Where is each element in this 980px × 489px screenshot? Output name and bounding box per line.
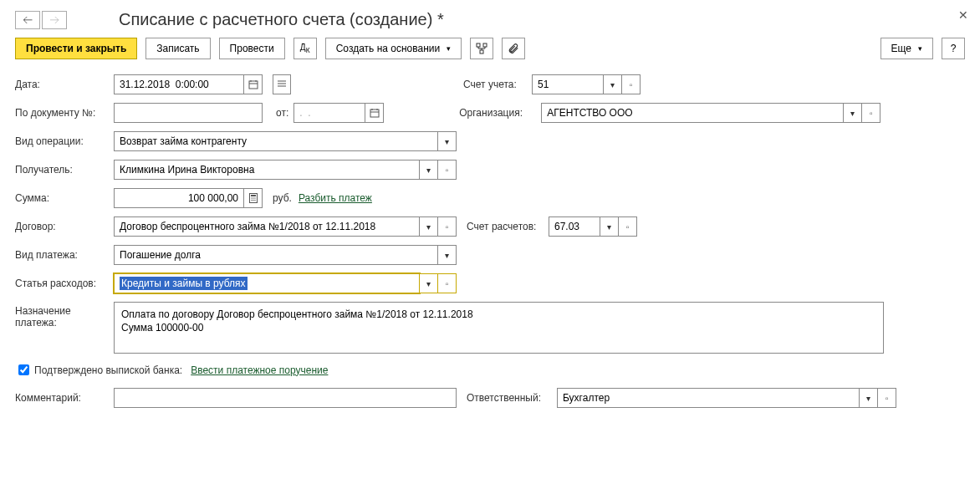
date-calendar-button[interactable] [244, 74, 263, 94]
settlement-open-button[interactable]: ▫ [619, 216, 637, 237]
doc-view-button[interactable] [273, 74, 291, 94]
expense-open-button[interactable]: ▫ [438, 273, 457, 293]
recipient-open-button[interactable]: ▫ [438, 160, 457, 180]
svg-rect-4 [370, 110, 379, 117]
help-button[interactable]: ? [942, 38, 965, 59]
amount-label: Сумма: [15, 192, 114, 204]
structure-icon-button[interactable] [470, 38, 493, 59]
comment-field[interactable] [120, 392, 451, 404]
recipient-label: Получатель: [15, 164, 114, 176]
organization-label: Организация: [459, 107, 541, 119]
optype-field[interactable] [120, 135, 432, 147]
save-button[interactable]: Записать [145, 38, 210, 59]
responsible-field[interactable] [563, 392, 854, 404]
confirmed-checkbox[interactable] [18, 364, 29, 375]
contract-field[interactable] [120, 221, 414, 232]
organization-field[interactable] [547, 107, 838, 119]
svg-rect-2 [480, 50, 483, 53]
optype-dropdown-button[interactable]: ▾ [438, 131, 457, 151]
close-icon[interactable]: ✕ [958, 8, 968, 22]
settlement-label: Счет расчетов: [467, 221, 549, 232]
enter-payment-order-link[interactable]: Ввести платежное поручение [191, 364, 328, 376]
list-icon [277, 80, 287, 89]
purpose-textarea[interactable] [114, 302, 884, 354]
paymenttype-dropdown-button[interactable]: ▾ [438, 245, 457, 265]
calendar-icon [370, 108, 380, 118]
expense-field-wrapper[interactable]: Кредиты и займы в рублях [114, 273, 420, 293]
paperclip-icon [508, 43, 519, 54]
svg-point-12 [254, 200, 255, 201]
dk-icon: ДК [300, 43, 310, 53]
amount-calc-button[interactable] [244, 188, 263, 208]
contract-dropdown-button[interactable]: ▾ [420, 216, 438, 237]
expense-field: Кредиты и займы в рублях [120, 277, 248, 290]
purpose-label: Назначение платежа: [15, 302, 114, 329]
paymenttype-label: Вид платежа: [15, 249, 114, 261]
svg-rect-3 [249, 81, 258, 89]
svg-point-10 [251, 200, 252, 201]
docno-field[interactable] [120, 107, 257, 119]
contract-label: Договор: [15, 221, 114, 232]
post-and-close-button[interactable]: Провести и закрыть [15, 38, 137, 59]
docdate-field[interactable] [299, 107, 360, 119]
confirmed-label: Подтверждено выпиской банка: [34, 364, 182, 376]
amount-field[interactable] [120, 192, 238, 204]
recipient-dropdown-button[interactable]: ▾ [420, 160, 438, 180]
split-payment-link[interactable]: Разбить платеж [299, 192, 372, 204]
organization-dropdown-button[interactable]: ▾ [844, 103, 862, 123]
svg-point-7 [251, 197, 252, 198]
organization-open-button[interactable]: ▫ [862, 103, 880, 123]
paymenttype-field[interactable] [120, 249, 432, 261]
more-label: Еще [891, 43, 911, 54]
create-based-on-button[interactable]: Создать на основании [325, 38, 462, 59]
date-field[interactable] [120, 79, 238, 90]
nav-back-button[interactable]: 🡠 [15, 11, 40, 29]
settlement-dropdown-button[interactable]: ▾ [600, 216, 619, 237]
responsible-dropdown-button[interactable]: ▾ [860, 388, 878, 408]
docdate-calendar-button[interactable] [365, 103, 384, 123]
structure-icon [476, 43, 487, 54]
optype-label: Вид операции: [15, 135, 114, 147]
responsible-label: Ответственный: [467, 392, 557, 404]
svg-point-8 [253, 197, 253, 198]
nav-forward-button[interactable]: 🡢 [42, 11, 67, 29]
dk-icon-button[interactable]: ДК [293, 38, 317, 59]
currency-label: руб. [273, 192, 292, 204]
calculator-icon [249, 193, 258, 203]
svg-rect-0 [477, 43, 480, 47]
svg-rect-6 [251, 195, 256, 196]
attachment-button[interactable] [502, 38, 525, 59]
create-based-on-label: Создать на основании [336, 43, 441, 54]
settlement-field[interactable] [554, 221, 595, 232]
date-label: Дата: [15, 79, 114, 90]
svg-rect-1 [483, 43, 487, 47]
svg-point-9 [254, 197, 255, 198]
responsible-open-button[interactable]: ▫ [878, 388, 896, 408]
svg-point-11 [253, 200, 253, 201]
contract-open-button[interactable]: ▫ [438, 216, 457, 237]
calendar-icon [248, 79, 258, 89]
account-open-button[interactable]: ▫ [622, 74, 641, 94]
expense-dropdown-button[interactable]: ▾ [420, 273, 438, 293]
expense-label: Статья расходов: [15, 278, 114, 289]
comment-label: Комментарий: [15, 392, 114, 404]
post-button[interactable]: Провести [219, 38, 285, 59]
docdate-from-label: от: [276, 107, 288, 119]
more-button[interactable]: Еще [880, 38, 933, 59]
account-label: Счет учета: [463, 79, 532, 90]
account-field[interactable] [538, 79, 598, 90]
docno-label: По документу №: [15, 107, 114, 119]
recipient-field[interactable] [120, 164, 414, 176]
account-dropdown-button[interactable]: ▾ [604, 74, 622, 94]
page-title: Списание с расчетного счета (создание) * [119, 10, 444, 29]
